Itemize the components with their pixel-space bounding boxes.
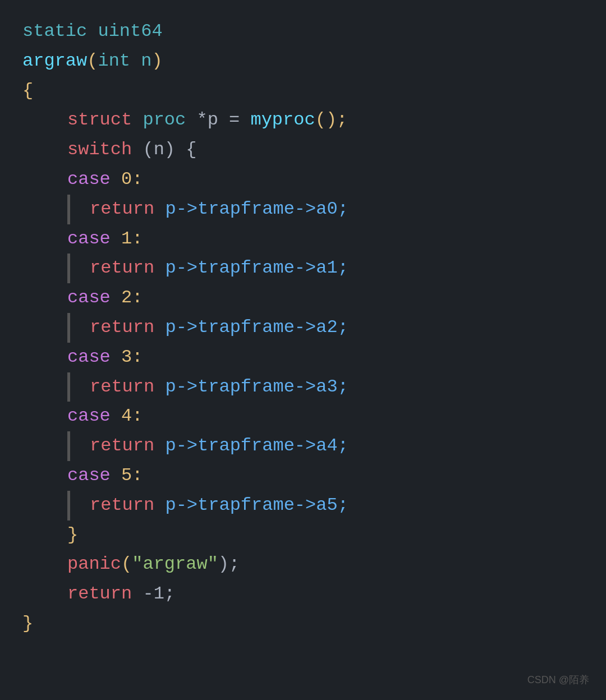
code-line: return p->trapframe->a5;	[22, 491, 584, 521]
token: 4:	[111, 406, 143, 426]
code-line: switch (n) {	[22, 135, 584, 165]
token: myproc	[250, 109, 315, 130]
token: int	[98, 50, 130, 71]
token: }	[67, 524, 78, 545]
token: -1;	[132, 583, 175, 604]
token: 1:	[111, 228, 143, 249]
code-line: return p->trapframe->a2;	[22, 313, 584, 343]
code-line: case 4:	[22, 402, 584, 431]
code-line: return p->trapframe->a4;	[22, 431, 584, 461]
token: "argraw"	[132, 554, 218, 574]
code-line: panic("argraw");	[22, 550, 584, 579]
token: static	[22, 21, 98, 42]
code-bar	[67, 372, 70, 402]
token: argraw	[22, 50, 87, 71]
token: return	[90, 435, 154, 456]
token: p->trapframe->a1;	[154, 257, 348, 278]
token: return	[90, 199, 154, 219]
code-line: {	[22, 76, 584, 106]
code-bar	[67, 431, 70, 461]
code-line: argraw(int n)	[22, 47, 584, 76]
token: 0:	[111, 169, 143, 190]
code-line: return p->trapframe->a3;	[22, 372, 584, 402]
token: n	[130, 50, 152, 71]
token: (	[87, 50, 98, 71]
token: case	[67, 347, 111, 367]
token: (n) {	[132, 139, 196, 160]
token: p->trapframe->a2;	[154, 317, 348, 338]
code-line: return p->trapframe->a1;	[22, 254, 584, 283]
code-line: case 2:	[22, 283, 584, 313]
token: panic	[67, 554, 121, 574]
token: 3:	[111, 347, 143, 367]
token: (	[121, 554, 132, 574]
token: switch	[67, 139, 132, 160]
token: 5:	[111, 465, 143, 486]
token: uint64	[98, 21, 162, 42]
token: 2:	[111, 287, 143, 308]
code-line: case 1:	[22, 224, 584, 254]
code-line: case 5:	[22, 461, 584, 491]
code-bar	[67, 491, 70, 521]
code-line: return p->trapframe->a0;	[22, 195, 584, 224]
token: struct	[67, 109, 132, 130]
code-line: return -1;	[22, 579, 584, 609]
token: case	[67, 465, 111, 486]
code-bar	[67, 254, 70, 283]
code-line: case 0:	[22, 165, 584, 195]
token: return	[90, 257, 154, 278]
token: return	[67, 583, 132, 604]
token: p->trapframe->a4;	[154, 435, 348, 456]
code-line: }	[22, 609, 584, 639]
token: case	[67, 287, 111, 308]
token: case	[67, 169, 111, 190]
token: *p =	[196, 109, 250, 130]
code-bar	[67, 195, 70, 224]
token: return	[90, 317, 154, 338]
token: p->trapframe->a5;	[154, 495, 348, 515]
token: {	[22, 80, 33, 101]
token: case	[67, 228, 111, 249]
code-line: static uint64	[22, 17, 584, 47]
watermark: CSDN @陌养	[527, 672, 589, 689]
code-line: struct proc *p = myproc();	[22, 105, 584, 135]
token: )	[152, 50, 162, 71]
token: }	[22, 613, 33, 634]
token: case	[67, 406, 111, 426]
token: proc	[132, 109, 196, 130]
token: return	[90, 495, 154, 515]
token: ();	[315, 109, 348, 130]
token: );	[218, 554, 240, 574]
code-line: }	[22, 521, 584, 550]
code-block: static uint64argraw(int n){struct proc *…	[0, 0, 606, 700]
token: return	[90, 376, 154, 397]
code-bar	[67, 313, 70, 343]
token: p->trapframe->a0;	[154, 199, 348, 219]
code-line: case 3:	[22, 343, 584, 372]
token: p->trapframe->a3;	[154, 376, 348, 397]
